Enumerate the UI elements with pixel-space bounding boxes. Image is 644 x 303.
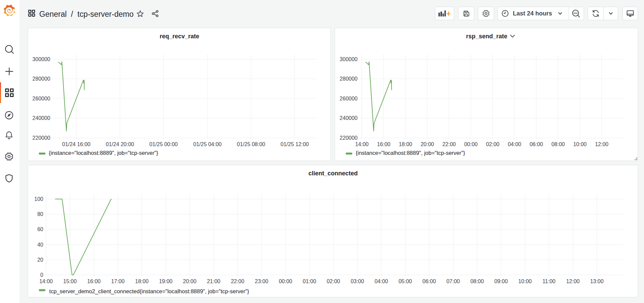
- svg-text:100: 100: [34, 196, 43, 202]
- svg-text:02:00: 02:00: [327, 278, 340, 284]
- svg-text:0: 0: [40, 272, 43, 278]
- svg-text:req_recv_rate: req_recv_rate: [160, 33, 199, 40]
- svg-text:240000: 240000: [340, 115, 358, 121]
- svg-text:80: 80: [37, 211, 43, 217]
- svg-text:19:00: 19:00: [159, 278, 172, 284]
- svg-text:17:00: 17:00: [111, 278, 124, 284]
- svg-text:260000: 260000: [33, 96, 50, 101]
- svg-text:05:00: 05:00: [398, 278, 412, 284]
- svg-text:06:00: 06:00: [530, 141, 543, 147]
- svg-text:20:00: 20:00: [421, 141, 434, 147]
- svg-text:02:00: 02:00: [486, 141, 499, 147]
- svg-text:09:00: 09:00: [494, 278, 508, 284]
- svg-text:220000: 220000: [33, 135, 50, 141]
- svg-text:60: 60: [37, 226, 43, 232]
- svg-text:01/24 20:00: 01/24 20:00: [106, 141, 134, 147]
- svg-text:client_connected: client_connected: [308, 170, 358, 177]
- svg-text:12:00: 12:00: [595, 141, 608, 147]
- svg-text:01/24 16:00: 01/24 16:00: [62, 141, 91, 147]
- svg-text:08:00: 08:00: [551, 141, 565, 147]
- svg-text:22:00: 22:00: [231, 278, 244, 284]
- svg-text:12:00: 12:00: [566, 278, 580, 284]
- svg-text:{instance="localhost:8889", jo: {instance="localhost:8889", job="tcp-ser…: [356, 150, 466, 156]
- svg-text:04:00: 04:00: [375, 278, 388, 284]
- svg-text:14:00: 14:00: [39, 278, 53, 284]
- svg-text:tcp_server_demo2_client_connec: tcp_server_demo2_client_connected{instan…: [49, 288, 249, 295]
- svg-text:14:00: 14:00: [355, 141, 369, 147]
- svg-text:23:00: 23:00: [255, 278, 268, 284]
- svg-text:{instance="localhost:8889", jo: {instance="localhost:8889", job="tcp-ser…: [49, 150, 159, 156]
- svg-text:300000: 300000: [340, 56, 358, 62]
- svg-text:220000: 220000: [340, 135, 358, 141]
- svg-text:280000: 280000: [33, 76, 50, 82]
- svg-text:18:00: 18:00: [399, 141, 412, 147]
- svg-text:16:00: 16:00: [377, 141, 390, 147]
- svg-text:20: 20: [37, 257, 43, 263]
- svg-text:16:00: 16:00: [87, 278, 101, 284]
- svg-text:01/25 04:00: 01/25 04:00: [193, 141, 222, 147]
- svg-text:01/25 00:00: 01/25 00:00: [149, 141, 178, 147]
- svg-text:260000: 260000: [340, 96, 358, 101]
- svg-text:10:00: 10:00: [518, 278, 532, 284]
- svg-text:10:00: 10:00: [573, 141, 587, 147]
- svg-text:22:00: 22:00: [442, 141, 456, 147]
- svg-text:04:00: 04:00: [508, 141, 521, 147]
- svg-text:06:00: 06:00: [423, 278, 436, 284]
- svg-text:01/25 12:00: 01/25 12:00: [280, 141, 309, 147]
- svg-text:01/25 08:00: 01/25 08:00: [237, 141, 265, 147]
- svg-text:18:00: 18:00: [135, 278, 149, 284]
- svg-text:01:00: 01:00: [303, 278, 316, 284]
- svg-text:11:00: 11:00: [542, 278, 555, 284]
- svg-text:280000: 280000: [340, 76, 358, 82]
- svg-text:20:00: 20:00: [183, 278, 197, 284]
- svg-text:21:00: 21:00: [207, 278, 220, 284]
- svg-text:08:00: 08:00: [470, 278, 484, 284]
- svg-text:240000: 240000: [33, 115, 50, 121]
- svg-text:03:00: 03:00: [351, 278, 364, 284]
- svg-text:300000: 300000: [33, 56, 50, 62]
- svg-text:13:00: 13:00: [590, 278, 603, 284]
- svg-text:00:00: 00:00: [464, 141, 478, 147]
- svg-text:40: 40: [37, 242, 43, 248]
- svg-text:rsp_send_rate: rsp_send_rate: [466, 33, 507, 40]
- svg-text:00:00: 00:00: [279, 278, 292, 284]
- svg-text:07:00: 07:00: [446, 278, 460, 284]
- svg-text:15:00: 15:00: [63, 278, 77, 284]
